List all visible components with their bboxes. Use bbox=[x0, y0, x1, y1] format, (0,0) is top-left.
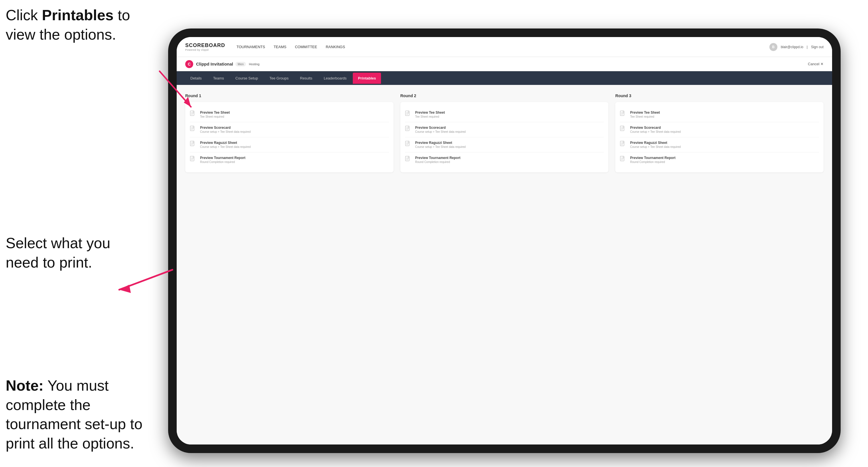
svg-rect-6 bbox=[190, 141, 194, 146]
print-item-subtitle-1-1: Tee Sheet required bbox=[200, 115, 230, 118]
top-nav: SCOREBOARD Powered by clippd TOURNAMENTS… bbox=[177, 37, 832, 57]
svg-rect-12 bbox=[620, 111, 624, 116]
print-item-title-1-1: Preview Tee Sheet bbox=[200, 111, 230, 115]
logo-area: SCOREBOARD Powered by clippd bbox=[185, 42, 225, 51]
annotation-middle: Select what youneed to print. bbox=[6, 234, 110, 272]
print-item-2-4[interactable]: Preview Tournament ReportRound Completio… bbox=[405, 152, 604, 167]
print-item-2-2[interactable]: Preview ScorecardCourse setup + Tee Shee… bbox=[405, 122, 604, 137]
nav-tournaments[interactable]: TOURNAMENTS bbox=[237, 43, 265, 50]
logo-title: SCOREBOARD bbox=[185, 42, 225, 49]
print-item-subtitle-3-2: Course setup + Tee Sheet data required bbox=[630, 130, 681, 133]
print-item-2-1[interactable]: Preview Tee SheetTee Sheet required bbox=[405, 107, 604, 122]
nav-items: TOURNAMENTS TEAMS COMMITTEE RANKINGS bbox=[237, 43, 345, 50]
tournament-badge: Men bbox=[236, 62, 246, 66]
document-icon bbox=[405, 141, 412, 149]
svg-rect-11 bbox=[405, 156, 409, 161]
svg-rect-5 bbox=[190, 126, 194, 131]
print-item-2-3[interactable]: Preview Raguzzi SheetCourse setup + Tee … bbox=[405, 137, 604, 152]
print-item-3-1[interactable]: Preview Tee SheetTee Sheet required bbox=[620, 107, 819, 122]
document-icon bbox=[620, 111, 627, 119]
sign-out-link[interactable]: Sign out bbox=[811, 45, 824, 49]
print-item-title-2-1: Preview Tee Sheet bbox=[415, 111, 445, 115]
annotation-top: Click Printables toview the options. bbox=[6, 6, 130, 44]
user-avatar: B bbox=[769, 43, 777, 51]
print-item-title-3-4: Preview Tournament Report bbox=[630, 156, 675, 160]
tournament-bar: C Clippd Invitational Men Hosting Cancel… bbox=[177, 57, 832, 71]
print-item-subtitle-1-2: Course setup + Tee Sheet data required bbox=[200, 130, 250, 133]
svg-rect-9 bbox=[405, 126, 409, 131]
tab-details[interactable]: Details bbox=[185, 73, 207, 84]
round-label-1: Round 1 bbox=[185, 93, 394, 98]
annotation-bold: Printables bbox=[42, 7, 114, 23]
print-item-title-3-1: Preview Tee Sheet bbox=[630, 111, 660, 115]
tablet-screen: SCOREBOARD Powered by clippd TOURNAMENTS… bbox=[177, 37, 832, 444]
print-item-1-4[interactable]: Preview Tournament ReportRound Completio… bbox=[190, 152, 389, 167]
print-item-text-1-1: Preview Tee SheetTee Sheet required bbox=[200, 111, 230, 118]
rounds-container: Round 1 Preview Tee SheetTee Sheet requi… bbox=[185, 93, 824, 173]
round-card-1: Preview Tee SheetTee Sheet required Prev… bbox=[185, 102, 394, 173]
print-item-subtitle-1-4: Round Completion required bbox=[200, 160, 245, 163]
print-item-title-1-3: Preview Raguzzi Sheet bbox=[200, 141, 250, 145]
print-item-1-2[interactable]: Preview ScorecardCourse setup + Tee Shee… bbox=[190, 122, 389, 137]
round-card-2: Preview Tee SheetTee Sheet required Prev… bbox=[400, 102, 609, 173]
nav-teams[interactable]: TEAMS bbox=[274, 43, 286, 50]
user-email: blair@clippd.io bbox=[781, 45, 803, 49]
nav-rankings[interactable]: RANKINGS bbox=[326, 43, 345, 50]
nav-committee[interactable]: COMMITTEE bbox=[295, 43, 317, 50]
tab-tee-groups[interactable]: Tee Groups bbox=[265, 73, 294, 84]
print-item-title-2-2: Preview Scorecard bbox=[415, 126, 466, 130]
print-item-text-3-4: Preview Tournament ReportRound Completio… bbox=[630, 156, 675, 163]
tournament-name: Clippd Invitational bbox=[196, 62, 233, 66]
print-item-text-3-1: Preview Tee SheetTee Sheet required bbox=[630, 111, 660, 118]
document-icon bbox=[620, 156, 627, 164]
print-item-subtitle-2-2: Course setup + Tee Sheet data required bbox=[415, 130, 466, 133]
print-item-3-3[interactable]: Preview Raguzzi SheetCourse setup + Tee … bbox=[620, 137, 819, 152]
separator: | bbox=[807, 45, 808, 49]
print-item-title-3-2: Preview Scorecard bbox=[630, 126, 681, 130]
user-area: B blair@clippd.io | Sign out bbox=[769, 43, 824, 51]
print-item-text-2-3: Preview Raguzzi SheetCourse setup + Tee … bbox=[415, 141, 466, 149]
print-item-text-1-3: Preview Raguzzi SheetCourse setup + Tee … bbox=[200, 141, 250, 149]
tab-results[interactable]: Results bbox=[295, 73, 317, 84]
print-item-subtitle-2-3: Course setup + Tee Sheet data required bbox=[415, 145, 466, 149]
tournament-cancel[interactable]: Cancel ✕ bbox=[808, 62, 824, 66]
svg-rect-4 bbox=[190, 111, 194, 116]
document-icon bbox=[190, 141, 197, 149]
print-item-title-3-3: Preview Raguzzi Sheet bbox=[630, 141, 681, 145]
print-item-subtitle-3-4: Round Completion required bbox=[630, 160, 675, 163]
print-item-1-3[interactable]: Preview Raguzzi SheetCourse setup + Tee … bbox=[190, 137, 389, 152]
tab-course-setup[interactable]: Course Setup bbox=[230, 73, 263, 84]
tab-teams[interactable]: Teams bbox=[208, 73, 229, 84]
svg-rect-14 bbox=[620, 141, 624, 146]
print-item-subtitle-1-3: Course setup + Tee Sheet data required bbox=[200, 145, 250, 149]
tablet-device: SCOREBOARD Powered by clippd TOURNAMENTS… bbox=[168, 29, 841, 453]
svg-line-2 bbox=[119, 270, 173, 290]
tab-printables[interactable]: Printables bbox=[353, 73, 381, 84]
tournament-status: Hosting bbox=[249, 62, 259, 66]
svg-marker-3 bbox=[119, 285, 131, 293]
svg-rect-10 bbox=[405, 141, 409, 146]
document-icon bbox=[405, 156, 412, 164]
print-item-3-2[interactable]: Preview ScorecardCourse setup + Tee Shee… bbox=[620, 122, 819, 137]
document-icon bbox=[190, 111, 197, 119]
tab-leaderboards[interactable]: Leaderboards bbox=[318, 73, 352, 84]
round-label-3: Round 3 bbox=[615, 93, 824, 98]
document-icon bbox=[405, 126, 412, 134]
print-item-3-4[interactable]: Preview Tournament ReportRound Completio… bbox=[620, 152, 819, 167]
round-label-2: Round 2 bbox=[400, 93, 609, 98]
print-item-title-1-4: Preview Tournament Report bbox=[200, 156, 245, 160]
document-icon bbox=[190, 126, 197, 134]
print-item-text-3-2: Preview ScorecardCourse setup + Tee Shee… bbox=[630, 126, 681, 133]
print-item-text-3-3: Preview Raguzzi SheetCourse setup + Tee … bbox=[630, 141, 681, 149]
document-icon bbox=[190, 156, 197, 164]
tournament-logo: C bbox=[185, 60, 193, 68]
round-section-2: Round 2 Preview Tee SheetTee Sheet requi… bbox=[400, 93, 609, 173]
print-item-title-2-4: Preview Tournament Report bbox=[415, 156, 461, 160]
document-icon bbox=[620, 126, 627, 134]
print-item-text-2-1: Preview Tee SheetTee Sheet required bbox=[415, 111, 445, 118]
print-item-1-1[interactable]: Preview Tee SheetTee Sheet required bbox=[190, 107, 389, 122]
main-content: Round 1 Preview Tee SheetTee Sheet requi… bbox=[177, 85, 832, 444]
round-section-1: Round 1 Preview Tee SheetTee Sheet requi… bbox=[185, 93, 394, 173]
print-item-title-2-3: Preview Raguzzi Sheet bbox=[415, 141, 466, 145]
document-icon bbox=[620, 141, 627, 149]
